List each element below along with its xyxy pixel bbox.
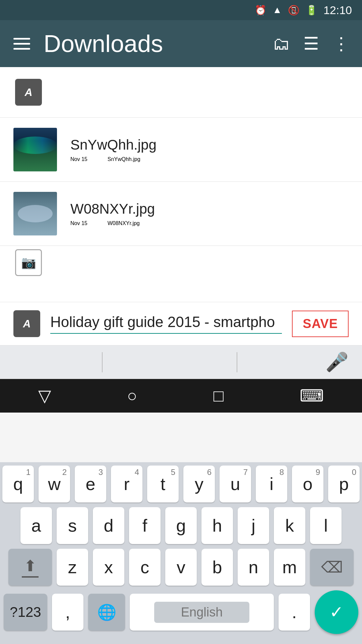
checkmark-icon: ✓: [329, 602, 344, 622]
file-meta: Nov 15 SnYwQhh.jpg: [70, 156, 349, 162]
symbols-key[interactable]: ?123: [4, 594, 47, 631]
file-info: W08NXYr.jpg Nov 15 W08NXYr.jpg: [70, 201, 349, 226]
key-m[interactable]: m: [274, 549, 305, 586]
key-f[interactable]: f: [129, 507, 161, 544]
file-date: Nov 15: [70, 220, 87, 226]
file-filename: W08NXYr.jpg: [108, 220, 140, 226]
key-h[interactable]: h: [201, 507, 233, 544]
file-icon-container: 📷: [13, 248, 44, 278]
key-k[interactable]: k: [274, 507, 305, 544]
list-item[interactable]: W08NXYr.jpg Nov 15 W08NXYr.jpg: [0, 182, 362, 246]
divider-right: [237, 352, 237, 372]
sort-button[interactable]: ☰: [303, 34, 319, 54]
comma-key[interactable]: ,: [52, 594, 83, 631]
file-thumbnail: [13, 128, 57, 171]
key-a[interactable]: a: [20, 507, 52, 544]
file-info: SnYwQhh.jpg Nov 15 SnYwQhh.jpg: [70, 137, 349, 162]
key-e[interactable]: 3e: [75, 466, 106, 502]
nav-bar: ▽ ○ □ ⌨: [0, 379, 362, 413]
keyboard-row-2: a s d f g h j k l: [0, 507, 362, 544]
keyboard-toolbar: 🎤: [0, 345, 362, 379]
aurora-thumbnail: [13, 128, 57, 171]
backspace-icon: ⌫: [321, 558, 343, 576]
app-bar: Downloads 🗂 ☰ ⋮: [0, 20, 362, 67]
file-name: SnYwQhh.jpg: [70, 137, 349, 153]
keyboard-row-3: ⬆ z x c v b n m ⌫: [0, 549, 362, 586]
key-t[interactable]: 5t: [147, 466, 179, 502]
pdf-icon-label: A: [23, 318, 31, 330]
key-o[interactable]: 9o: [292, 466, 323, 502]
spacebar[interactable]: English: [130, 594, 274, 631]
keyboard-button[interactable]: ⌨: [300, 386, 324, 406]
key-w[interactable]: 2w: [39, 466, 70, 502]
key-g[interactable]: g: [165, 507, 197, 544]
save-button[interactable]: SAVE: [292, 311, 349, 337]
key-s[interactable]: s: [57, 507, 88, 544]
key-n[interactable]: n: [238, 549, 269, 586]
key-v[interactable]: v: [165, 549, 197, 586]
keyboard-rows: 1q 2w 3e 4r 5t 6y 7u 8i 9o 0p a s d f g …: [0, 462, 362, 644]
key-z[interactable]: z: [57, 549, 88, 586]
key-x[interactable]: x: [93, 549, 124, 586]
more-options-button[interactable]: ⋮: [333, 34, 349, 54]
key-b[interactable]: b: [201, 549, 233, 586]
keyboard-row-1: 1q 2w 3e 4r 5t 6y 7u 8i 9o 0p: [0, 466, 362, 502]
file-list: A SnYwQhh.jpg Nov 15 SnYwQhh.jpg W08NXYr…: [0, 67, 362, 302]
file-meta: Nov 15 W08NXYr.jpg: [70, 220, 349, 226]
shift-icon: ⬆: [24, 557, 37, 575]
folder-button[interactable]: 🗂: [273, 34, 290, 54]
rename-bar: A SAVE: [0, 302, 362, 345]
recents-button[interactable]: □: [214, 386, 224, 406]
status-time: 12:10: [323, 4, 352, 17]
keyboard: 1q 2w 3e 4r 5t 6y 7u 8i 9o 0p a s d f g …: [0, 462, 362, 644]
page-title: Downloads: [44, 30, 259, 57]
symbols-label: ?123: [10, 604, 41, 620]
key-l[interactable]: l: [310, 507, 342, 544]
period-key[interactable]: .: [279, 594, 310, 631]
backspace-key[interactable]: ⌫: [310, 549, 354, 586]
pdf-icon: A: [15, 79, 42, 106]
list-item-partial: 📷: [0, 246, 362, 279]
shift-key[interactable]: ⬆: [8, 549, 52, 586]
signal-icon: 📵: [288, 5, 300, 16]
home-button[interactable]: ○: [127, 386, 137, 406]
rename-input[interactable]: [50, 314, 282, 334]
keyboard-row-4: ?123 , 🌐 English . ✓: [0, 590, 362, 634]
file-date: Nov 15: [70, 156, 87, 162]
key-p[interactable]: 0p: [328, 466, 360, 502]
key-j[interactable]: j: [238, 507, 269, 544]
cloud-thumbnail: [13, 192, 57, 235]
file-name: W08NXYr.jpg: [70, 201, 349, 217]
list-item[interactable]: SnYwQhh.jpg Nov 15 SnYwQhh.jpg: [0, 118, 362, 182]
pdf-icon-symbol: A: [24, 86, 32, 99]
rename-input-container: [50, 314, 282, 334]
file-filename: SnYwQhh.jpg: [108, 156, 140, 162]
status-bar: ⏰ ▲ 📵 🔋 12:10: [0, 0, 362, 20]
divider-left: [102, 352, 103, 372]
key-d[interactable]: d: [93, 507, 124, 544]
rename-pdf-icon: A: [13, 310, 40, 337]
back-button[interactable]: ▽: [38, 386, 51, 406]
file-thumbnail: [13, 192, 57, 235]
key-c[interactable]: c: [129, 549, 161, 586]
globe-key[interactable]: 🌐: [88, 594, 125, 631]
wifi-icon: ▲: [273, 5, 282, 15]
enter-key[interactable]: ✓: [315, 590, 358, 634]
microphone-icon[interactable]: 🎤: [325, 351, 349, 373]
key-y[interactable]: 6y: [183, 466, 215, 502]
space-label: English: [154, 602, 250, 623]
key-r[interactable]: 4r: [111, 466, 142, 502]
list-item[interactable]: A: [0, 67, 362, 118]
globe-icon: 🌐: [97, 603, 116, 621]
toolbar-divider: [13, 352, 325, 372]
key-i[interactable]: 8i: [256, 466, 287, 502]
alarm-icon: ⏰: [255, 5, 266, 16]
battery-icon: 🔋: [306, 5, 317, 16]
key-u[interactable]: 7u: [220, 466, 251, 502]
menu-button[interactable]: [13, 38, 30, 50]
file-icon-container: A: [13, 77, 44, 107]
key-q[interactable]: 1q: [2, 466, 34, 502]
camera-icon: 📷: [15, 249, 42, 276]
